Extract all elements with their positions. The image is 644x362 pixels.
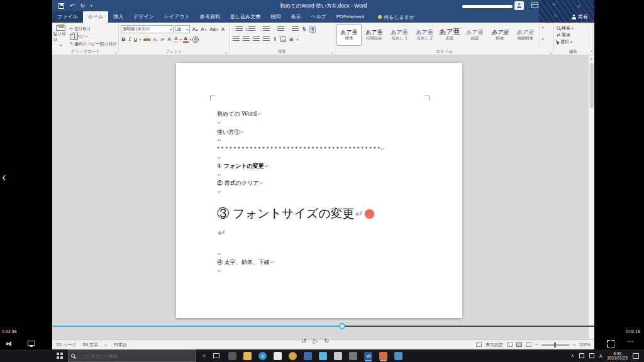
decrease-indent-button[interactable]: ← <box>273 26 284 32</box>
ribbon-display-options-icon[interactable] <box>531 3 538 8</box>
forward-button[interactable]: ↻ <box>324 337 329 344</box>
app-icon[interactable] <box>274 352 282 360</box>
numbering-button[interactable]: 1 <box>246 26 255 32</box>
app-icon[interactable] <box>349 352 357 360</box>
zoom-out-button[interactable]: − <box>535 343 538 347</box>
font-size-select[interactable]: 26 ▾ <box>175 25 190 33</box>
tell-me-box[interactable]: 何をしますか <box>378 11 414 23</box>
save-icon[interactable] <box>58 3 64 9</box>
style-heading2[interactable]: あア亜 見出し 2 <box>412 24 437 46</box>
highlight-button[interactable]: A <box>174 36 179 43</box>
display-mode-icon[interactable] <box>28 341 35 346</box>
paragraph-dialog-launcher-icon[interactable]: ↘ <box>330 50 333 55</box>
cut-button[interactable]: ✂ 切り取り <box>70 26 117 32</box>
style-title[interactable]: あア亜 表題 <box>437 24 462 46</box>
timeline-handle[interactable] <box>339 323 345 329</box>
format-painter-button[interactable]: ✎ 書式のコピー/貼り付け <box>70 41 117 47</box>
document-page[interactable]: 初めての Word↵ ↵ 使い方①↵ ↵ * * * * * * * * * *… <box>176 63 462 318</box>
tab-file[interactable]: ファイル <box>52 11 83 23</box>
undo-button[interactable]: ↶ <box>70 3 75 9</box>
edge-icon[interactable]: e <box>258 352 267 360</box>
tab-home[interactable]: ホーム <box>83 11 108 23</box>
chevron-down-icon[interactable]: ▾ <box>140 38 142 41</box>
video-timeline[interactable] <box>52 323 594 329</box>
tab-review[interactable]: 校閲 <box>265 11 286 23</box>
align-left-button[interactable] <box>233 36 240 42</box>
italic-button[interactable]: I <box>128 36 131 42</box>
show-formatting-marks-button[interactable]: ¶ <box>309 26 316 33</box>
share-button[interactable]: 共有 <box>571 13 588 20</box>
app-icon[interactable] <box>319 352 327 360</box>
tab-layout[interactable]: レイアウト <box>159 11 195 23</box>
style-no-spacing[interactable]: あア亜 行間詰め <box>362 24 387 46</box>
change-case-button[interactable]: Aa▾ <box>209 26 219 32</box>
styles-dialog-launcher-icon[interactable]: ↘ <box>549 50 552 55</box>
web-layout-icon[interactable] <box>526 343 531 347</box>
minimize-button[interactable]: ─ <box>552 1 556 7</box>
vertical-scrollbar[interactable]: ▴ <box>588 55 594 339</box>
tray-icon[interactable] <box>579 353 584 358</box>
copy-button[interactable]: コピー <box>70 33 117 40</box>
app-icon[interactable] <box>228 352 236 360</box>
previous-chapter-button[interactable]: ‹ <box>2 170 6 184</box>
redo-button[interactable]: ↻ <box>80 3 86 9</box>
app-icon[interactable] <box>334 352 342 360</box>
rewind-button[interactable]: ↺ <box>301 337 306 344</box>
font-name-select[interactable]: 游明朝 (本文の ▾ <box>121 25 174 33</box>
search-input[interactable] <box>77 354 184 358</box>
align-center-button[interactable] <box>243 36 250 42</box>
shading-button[interactable] <box>280 36 286 42</box>
line-spacing-button[interactable]: ⇕ <box>273 36 277 42</box>
more-options-icon[interactable]: ⋯ <box>627 337 634 346</box>
tab-design[interactable]: デザイン <box>128 11 159 23</box>
gallery-down-icon[interactable]: ▾ <box>540 36 547 48</box>
scroll-up-icon[interactable]: ▴ <box>589 57 594 60</box>
volume-icon[interactable] <box>6 341 13 346</box>
tab-mailings[interactable]: 差し込み文書 <box>225 11 265 23</box>
chevron-down-icon[interactable]: ▾ <box>296 38 298 41</box>
folder-icon[interactable] <box>243 352 252 360</box>
ime-indicator[interactable]: A <box>599 354 602 358</box>
subscript-button[interactable]: x₂ <box>153 37 158 41</box>
font-color-button[interactable]: A <box>183 36 189 43</box>
clipboard-dialog-launcher-icon[interactable]: ↘ <box>114 50 117 55</box>
word-app-icon[interactable]: W <box>364 352 372 360</box>
proofing-icon[interactable]: ✓ <box>104 343 108 347</box>
shrink-font-button[interactable]: A▾ <box>200 26 208 32</box>
zoom-level[interactable]: 100% <box>579 343 591 347</box>
collapse-ribbon-icon[interactable]: ˄ <box>590 50 592 53</box>
style-intense-emphasis[interactable]: あア亜 強調斜体 <box>513 24 538 46</box>
language-indicator[interactable]: 日本語 <box>114 342 127 348</box>
underline-button[interactable]: U <box>133 36 138 42</box>
select-button[interactable]: 選択 ▾ <box>557 38 591 45</box>
clear-formatting-button[interactable]: A <box>220 26 225 32</box>
zoom-slider[interactable] <box>541 344 569 346</box>
tab-references[interactable]: 参考資料 <box>195 11 225 23</box>
task-view-icon[interactable] <box>213 353 219 358</box>
word-count[interactable]: 84 文字 <box>83 342 98 348</box>
style-normal[interactable]: あア亜 標準 <box>336 24 362 46</box>
cortana-icon[interactable]: ○ <box>203 353 206 359</box>
page-count[interactable]: 1/1 ページ <box>56 342 77 348</box>
print-layout-icon[interactable] <box>516 343 522 347</box>
increase-indent-button[interactable]: → <box>287 26 299 32</box>
tray-expand-icon[interactable]: ∧ <box>571 353 574 358</box>
play-button[interactable]: ▷ <box>313 337 318 344</box>
text-effects-button[interactable]: A <box>167 36 172 42</box>
find-button[interactable]: 検索 ▾ <box>557 25 591 31</box>
zoom-slider-thumb[interactable] <box>554 343 556 348</box>
qat-customize-icon[interactable]: ▾ <box>91 4 92 8</box>
tab-insert[interactable]: 挿入 <box>108 11 128 23</box>
tab-help[interactable]: ヘルプ <box>306 11 331 23</box>
replace-button[interactable]: ⇄ 置換 <box>557 31 591 38</box>
style-subtitle[interactable]: あア亜 副題 <box>462 24 487 46</box>
tab-display[interactable]: 表示 <box>286 11 306 23</box>
multilevel-list-button[interactable]: ⋮ <box>258 26 270 32</box>
paste-button[interactable]: 貼り付け ▾ <box>53 24 69 47</box>
taskbar-search[interactable] <box>68 349 196 362</box>
sort-button[interactable]: ⇅ <box>302 26 306 32</box>
grow-font-button[interactable]: A▴ <box>191 26 199 32</box>
app-icon[interactable] <box>304 352 312 360</box>
chevron-down-icon[interactable]: ▾ <box>190 38 192 41</box>
display-settings-button[interactable]: 表示設定 <box>486 342 503 348</box>
